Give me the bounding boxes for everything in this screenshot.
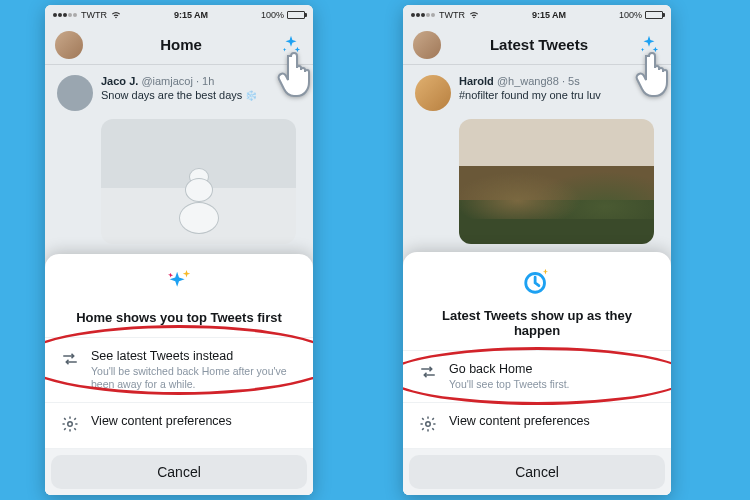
sparkle-accent-icon: [164, 268, 194, 298]
option-title: Go back Home: [449, 362, 570, 376]
svg-point-2: [426, 422, 431, 427]
timeline-toggle-button[interactable]: [637, 33, 661, 57]
sparkle-icon: [638, 34, 660, 56]
option-title: View content preferences: [91, 414, 232, 428]
tweet-image[interactable]: [459, 119, 654, 244]
gear-icon: [419, 415, 437, 437]
status-bar: TWTR 9:15 AM 100%: [403, 5, 671, 25]
carrier-label: TWTR: [81, 10, 107, 20]
profile-avatar[interactable]: [413, 31, 441, 59]
option-title: View content preferences: [449, 414, 590, 428]
phone-latest: TWTR 9:15 AM 100% Latest Tweets Harold @…: [403, 5, 671, 495]
tweet-image[interactable]: [101, 119, 296, 244]
battery-icon: [645, 11, 663, 19]
carrier-label: TWTR: [439, 10, 465, 20]
switch-arrows-icon: [61, 350, 79, 372]
tweet-author-handle: @h_wang88 · 5s: [497, 75, 580, 87]
tweet-avatar[interactable]: [415, 75, 451, 111]
tweet-author-name: Harold: [459, 75, 494, 87]
svg-point-0: [68, 422, 73, 427]
tweet-avatar[interactable]: [57, 75, 93, 111]
timeline-options-sheet: Latest Tweets show up as they happen Go …: [403, 252, 671, 495]
nav-bar: Latest Tweets: [403, 25, 671, 65]
cancel-button[interactable]: Cancel: [51, 455, 307, 489]
go-back-home-option[interactable]: Go back Home You'll see top Tweets first…: [403, 351, 671, 403]
see-latest-tweets-option[interactable]: See latest Tweets instead You'll be swit…: [45, 338, 313, 403]
status-bar: TWTR 9:15 AM 100%: [45, 5, 313, 25]
tweet-author-name: Jaco J.: [101, 75, 138, 87]
sparkle-icon: [280, 34, 302, 56]
page-title: Home: [160, 36, 202, 53]
signal-dots-icon: [53, 13, 77, 17]
clock-sparkle-icon: [522, 266, 552, 296]
sheet-title: Home shows you top Tweets first: [61, 310, 297, 325]
gear-icon: [61, 415, 79, 437]
view-content-preferences-option[interactable]: View content preferences: [403, 403, 671, 449]
option-title: See latest Tweets instead: [91, 349, 297, 363]
clock-label: 9:15 AM: [174, 10, 208, 20]
nav-bar: Home: [45, 25, 313, 65]
tweet-header: Harold @h_wang88 · 5s #nofilter found my…: [415, 75, 659, 111]
battery-icon: [287, 11, 305, 19]
timeline-toggle-button[interactable]: [279, 33, 303, 57]
timeline-background: Harold @h_wang88 · 5s #nofilter found my…: [403, 65, 671, 275]
timeline-background: Jaco J. @iamjacoj · 1h Snow days are the…: [45, 65, 313, 275]
tweet-text: Snow days are the best days ❄️: [101, 89, 257, 101]
wifi-icon: [469, 11, 479, 19]
snowflake-icon: ❄️: [245, 90, 257, 101]
tweet-header: Jaco J. @iamjacoj · 1h Snow days are the…: [57, 75, 301, 111]
option-subtitle: You'll see top Tweets first.: [449, 378, 570, 391]
profile-avatar[interactable]: [55, 31, 83, 59]
signal-dots-icon: [411, 13, 435, 17]
battery-pct-label: 100%: [619, 10, 642, 20]
wifi-icon: [111, 11, 121, 19]
sheet-title: Latest Tweets show up as they happen: [419, 308, 655, 338]
page-title: Latest Tweets: [490, 36, 588, 53]
timeline-options-sheet: Home shows you top Tweets first See late…: [45, 254, 313, 495]
option-subtitle: You'll be switched back Home after you'v…: [91, 365, 297, 391]
battery-pct-label: 100%: [261, 10, 284, 20]
tweet-author-handle: @iamjacoj · 1h: [141, 75, 214, 87]
tweet-text: #nofilter found my one tru luv: [459, 89, 601, 101]
cancel-button[interactable]: Cancel: [409, 455, 665, 489]
view-content-preferences-option[interactable]: View content preferences: [45, 403, 313, 449]
clock-label: 9:15 AM: [532, 10, 566, 20]
switch-arrows-icon: [419, 363, 437, 385]
snowman-illustration: [179, 174, 219, 234]
phone-home: TWTR 9:15 AM 100% Home Jaco J. @iamjacoj…: [45, 5, 313, 495]
